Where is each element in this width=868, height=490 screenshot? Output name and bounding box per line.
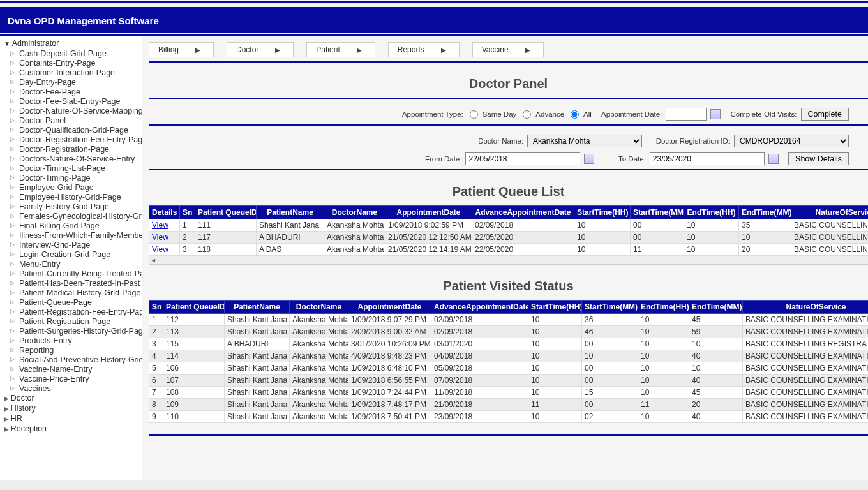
menu-reports[interactable]: Reports▶ bbox=[388, 42, 460, 57]
show-details-button[interactable]: Show Details bbox=[788, 152, 849, 165]
sidebar-item[interactable]: Employee-Grid-Page bbox=[19, 182, 142, 192]
page-hscroll[interactable] bbox=[0, 480, 868, 481]
sidebar-item[interactable]: Day-Entry-Page bbox=[19, 77, 142, 87]
tree-root[interactable]: Reception bbox=[4, 424, 142, 434]
table-row: View1111Shashi Kant JanaAkanksha Mohta1/… bbox=[149, 219, 869, 232]
doctor-reg-select[interactable]: CMDROPD20164 bbox=[734, 135, 849, 147]
sidebar-item[interactable]: Doctor-Qualification-Grid-Page bbox=[19, 125, 142, 135]
menu-doctor[interactable]: Doctor▶ bbox=[227, 42, 294, 57]
view-link[interactable]: View bbox=[152, 233, 168, 242]
sidebar-item[interactable]: Family-History-Grid-Page bbox=[19, 202, 142, 211]
sidebar-item[interactable]: Employee-History-Grid-Page bbox=[19, 192, 142, 202]
sidebar-item[interactable]: Doctor-Registration-Page bbox=[19, 144, 142, 154]
sidebar-item[interactable]: Doctor-Registration-Fee-Entry-Page bbox=[19, 135, 142, 144]
sidebar-item[interactable]: Doctor-Nature-Of-Service-Mapping bbox=[19, 106, 142, 115]
sidebar-item[interactable]: Patient-Queue-Page bbox=[19, 297, 142, 307]
tree-root[interactable]: History bbox=[4, 403, 142, 413]
sidebar-item[interactable]: Doctor-Timing-List-Page bbox=[19, 163, 142, 173]
table-row: 9110Shashi Kant JanaAkanksha Mohta1/09/2… bbox=[149, 411, 869, 423]
radio-same-day[interactable] bbox=[470, 110, 478, 119]
calendar-icon[interactable] bbox=[584, 154, 594, 164]
sidebar-item[interactable]: Doctors-Nature-Of-Service-Entry bbox=[19, 154, 142, 163]
to-date-label: To Date: bbox=[618, 155, 646, 163]
doctor-row: Doctor Name: Akanksha Mohta Doctor Regis… bbox=[149, 132, 868, 150]
sidebar-item[interactable]: Containts-Entry-Page bbox=[19, 58, 142, 68]
view-link[interactable]: View bbox=[152, 245, 168, 254]
calendar-icon[interactable] bbox=[710, 109, 721, 119]
sidebar-item[interactable]: Doctor-Fee-Slab-Entry-Page bbox=[19, 96, 142, 106]
radio-advance-label: Advance bbox=[535, 110, 564, 118]
menu-billing[interactable]: Billing▶ bbox=[149, 42, 214, 57]
sidebar-item[interactable]: Females-Gynecological-History-Grid bbox=[19, 211, 142, 221]
sidebar-item[interactable]: Login-Creation-Grid-Page bbox=[19, 249, 142, 259]
radio-advance[interactable] bbox=[523, 110, 531, 119]
sidebar-item[interactable]: Interview-Grid-Page bbox=[19, 240, 142, 249]
sidebar-item[interactable]: Vaccine-Price-Entry bbox=[19, 374, 142, 383]
table-row: View3118A DASAkanksha Mohta21/05/2020 12… bbox=[149, 244, 869, 256]
view-link[interactable]: View bbox=[152, 221, 168, 230]
sidebar-item[interactable]: Illness-From-Which-Family-Members bbox=[19, 230, 142, 240]
sidebar-item[interactable]: Reporting bbox=[19, 345, 142, 355]
complete-button[interactable]: Complete bbox=[801, 108, 849, 121]
sidebar-item[interactable]: Patient-Currently-Being-Treated-Page bbox=[19, 269, 142, 278]
tree-root[interactable]: HR bbox=[4, 413, 142, 424]
sidebar-item[interactable]: Customer-Interaction-Page bbox=[19, 68, 142, 77]
radio-same-day-label: Same Day bbox=[483, 110, 517, 118]
sidebar-item[interactable]: Patient-Registration-Fee-Entry-Page bbox=[19, 307, 142, 316]
doctor-panel-heading: Doctor Panel bbox=[149, 77, 868, 91]
col-header: PatientName bbox=[225, 301, 290, 314]
col-header: EndTime(HH) bbox=[684, 206, 739, 219]
appt-date-label: Appointment Date: bbox=[601, 110, 662, 118]
doctor-reg-label: Doctor Registration ID: bbox=[656, 137, 730, 145]
col-header: StartTime(MM) bbox=[582, 301, 638, 314]
col-header: EndTime(HH) bbox=[638, 301, 689, 314]
sidebar-item[interactable]: Patient-Registration-Page bbox=[19, 316, 142, 326]
sidebar-item[interactable]: Cash-Deposit-Grid-Page bbox=[19, 48, 142, 58]
date-row: From Date: To Date: Show Details bbox=[149, 150, 868, 168]
menu-vaccine[interactable]: Vaccine▶ bbox=[472, 42, 544, 57]
menu-patient[interactable]: Patient▶ bbox=[306, 42, 375, 57]
col-header: AdvanceAppointmentDate bbox=[431, 301, 528, 314]
to-date-input[interactable] bbox=[650, 152, 765, 165]
sidebar-tree[interactable]: Administrator Cash-Deposit-Grid-PageCont… bbox=[0, 36, 142, 481]
chevron-right-icon: ▶ bbox=[357, 47, 362, 54]
col-header: StartTime(HH) bbox=[528, 301, 582, 314]
sidebar-item[interactable]: Products-Entry bbox=[19, 336, 142, 345]
sidebar-item[interactable]: Final-Billing-Grid-Page bbox=[19, 221, 142, 230]
from-date-input[interactable] bbox=[465, 152, 580, 165]
radio-all[interactable] bbox=[571, 110, 579, 119]
sidebar-item[interactable]: Doctor-Timing-Page bbox=[19, 173, 142, 182]
tree-root-administrator[interactable]: Administrator bbox=[4, 38, 142, 48]
complete-old-label: Complete Old Visits: bbox=[731, 110, 797, 118]
sidebar-item[interactable]: Doctor-Panel bbox=[19, 115, 142, 125]
sidebar-item[interactable]: Vaccines bbox=[19, 383, 142, 393]
queue-hscroll[interactable]: ◄ bbox=[149, 256, 868, 265]
table-row: 4114Shashi Kant JanaAkanksha Mohta4/09/2… bbox=[149, 350, 869, 362]
chevron-right-icon: ▶ bbox=[525, 47, 530, 54]
table-row: 2113Shashi Kant JanaAkanksha Mohta2/09/2… bbox=[149, 326, 869, 338]
col-header: NatureOfService bbox=[743, 301, 869, 314]
sidebar-item[interactable]: Doctor-Fee-Page bbox=[19, 87, 142, 96]
tree-root[interactable]: Doctor bbox=[4, 393, 142, 403]
sidebar-item[interactable]: Vaccine-Name-Entry bbox=[19, 364, 142, 374]
sidebar-item[interactable]: Social-And-Preventive-History-Grid bbox=[19, 355, 142, 364]
col-header: AppointmentDate bbox=[385, 206, 472, 219]
col-header: DoctorName bbox=[324, 206, 385, 219]
sidebar-item[interactable]: Patient-Medical-History-Grid-Page bbox=[19, 288, 142, 297]
main-content: Billing▶Doctor▶Patient▶Reports▶Vaccine▶ … bbox=[142, 36, 868, 481]
chevron-right-icon: ▶ bbox=[441, 47, 446, 54]
table-row: 5106Shashi Kant JanaAkanksha Mohta1/09/2… bbox=[149, 362, 869, 375]
calendar-icon[interactable] bbox=[768, 154, 779, 164]
col-header: AdvanceAppointmentDate bbox=[472, 206, 574, 219]
sidebar-item[interactable]: Patient-Has-Been-Treated-In-Past bbox=[19, 278, 142, 288]
sidebar-item[interactable]: Patient-Surgeries-History-Grid-Page bbox=[19, 326, 142, 336]
doctor-name-select[interactable]: Akanksha Mohta bbox=[527, 135, 642, 147]
col-header: EndTime(MM) bbox=[689, 301, 743, 314]
appt-date-input[interactable] bbox=[666, 108, 707, 121]
menubar: Billing▶Doctor▶Patient▶Reports▶Vaccine▶ bbox=[149, 41, 868, 63]
sidebar-item[interactable]: Menu-Entry bbox=[19, 259, 142, 269]
table-row: 1112Shashi Kant JanaAkanksha Mohta1/09/2… bbox=[149, 314, 869, 326]
app-header: Dvna OPD Management Software bbox=[0, 7, 868, 33]
col-header: Sn bbox=[149, 301, 163, 314]
visited-heading: Patient Visited Status bbox=[149, 279, 868, 293]
